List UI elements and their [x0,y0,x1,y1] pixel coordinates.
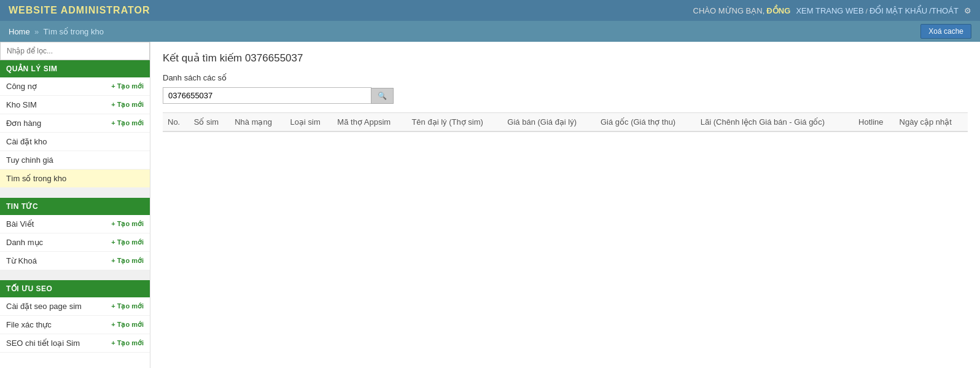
breadcrumb-bar: Home » Tìm số trong kho Xoá cache [0,21,980,42]
list-label: Danh sách các số [163,73,968,82]
sidebar-item-tu-khoa[interactable]: Từ Khoá+ Tạo mới [0,252,150,270]
sidebar: QUẢN LÝ SIMCông nợ+ Tạo mớiKho SIM+ Tạo … [0,42,150,368]
table-header-7: Giá gốc (Giá thợ thu) [596,113,696,132]
sidebar-section-header-toi-uu-seo: TỐI ƯU SEO [0,280,150,297]
sidebar-item-label-cai-dat-seo-page-sim: Cài đặt seo page sim [6,302,82,311]
sidebar-item-tim-so-trong-kho[interactable]: Tìm số trong kho [0,170,150,188]
top-header: WEBSITE ADMINISTRATOR CHÀO MỪNG BẠN, ĐỒN… [0,0,980,21]
table-header-1: Số sim [189,113,230,132]
filter-input[interactable] [0,42,150,60]
clear-cache-button[interactable]: Xoá cache [920,24,971,39]
user-info: CHÀO MỪNG BẠN, ĐỒNG XEM TRANG WEB / ĐỔI … [693,6,972,15]
sidebar-item-label-kho-sim: Kho SIM [6,100,37,109]
table-header-9: Hotline [854,113,895,132]
sidebar-item-don-hang[interactable]: Đơn hàng+ Tạo mới [0,114,150,133]
create-new-cong-no[interactable]: + Tạo mới [111,82,144,90]
logout-link[interactable]: /THOÁT [929,6,959,15]
table-header-2: Nhà mạng [230,113,285,132]
table-header-5: Tên đại lý (Thợ sim) [406,113,502,132]
sidebar-item-bai-viet[interactable]: Bài Viết+ Tạo mới [0,215,150,233]
sidebar-spacer-0 [0,188,150,198]
table-header-10: Ngày cập nhật [895,113,968,132]
sidebar-item-kho-sim[interactable]: Kho SIM+ Tạo mới [0,96,150,114]
sidebar-spacer-1 [0,270,150,280]
sidebar-item-seo-chi-tiet-loai-sim[interactable]: SEO chi tiết loại Sim+ Tạo mới [0,334,150,353]
content-area: Kết quả tìm kiếm 0376655037 Danh sách cá… [150,42,980,368]
table-header-0: No. [163,113,189,132]
greeting-text: CHÀO MỪNG BẠN, [693,6,765,15]
site-title: WEBSITE ADMINISTRATOR [9,5,150,16]
create-new-file-xac-thuc[interactable]: + Tạo mới [111,321,144,329]
table-header-6: Giá bán (Giá đại lý) [502,113,596,132]
gear-icon[interactable]: ⚙ [964,6,971,15]
sidebar-item-danh-muc[interactable]: Danh mục+ Tạo mới [0,233,150,252]
sidebar-section-header-tin-tuc: TIN TỨC [0,198,150,215]
view-web-link[interactable]: XEM TRANG WEB [796,6,863,15]
main-layout: QUẢN LÝ SIMCông nợ+ Tạo mớiKho SIM+ Tạo … [0,42,980,368]
change-password-link[interactable]: ĐỔI MẬT KHẨU [869,6,927,15]
sidebar-item-label-tuy-chinh-gia: Tuy chinh giá [6,155,53,165]
table-header-8: Lãi (Chênh lệch Giá bán - Giá gốc) [696,113,854,132]
breadcrumb-separator: » [34,27,39,36]
create-new-don-hang[interactable]: + Tạo mới [111,119,144,127]
create-new-kho-sim[interactable]: + Tạo mới [111,101,144,109]
sidebar-item-label-tu-khoa: Từ Khoá [6,256,37,265]
sidebar-item-tuy-chinh-gia[interactable]: Tuy chinh giá [0,151,150,170]
sidebar-item-label-danh-muc: Danh mục [6,238,43,247]
table-header-3: Loại sim [286,113,333,132]
create-new-cai-dat-seo-page-sim[interactable]: + Tạo mới [111,302,144,310]
sidebar-item-cai-dat-kho[interactable]: Cài đặt kho [0,133,150,151]
create-new-danh-muc[interactable]: + Tạo mới [111,238,144,246]
sidebar-section-header-quan-ly-sim: QUẢN LÝ SIM [0,60,150,77]
create-new-seo-chi-tiet-loai-sim[interactable]: + Tạo mới [111,339,144,347]
table-header-4: Mã thợ Appsim [332,113,406,132]
sidebar-item-label-tim-so-trong-kho: Tìm số trong kho [6,174,66,183]
data-table: No.Số simNhà mạngLoại simMã thợ AppsimTê… [163,112,968,132]
create-new-bai-viet[interactable]: + Tạo mới [111,220,144,228]
search-button[interactable]: 🔍 [371,88,394,104]
sidebar-item-label-file-xac-thuc: File xác thực [6,320,52,329]
breadcrumb-current: Tìm số trong kho [44,27,104,36]
sidebar-item-label-don-hang: Đơn hàng [6,119,41,128]
search-bar: 🔍 [163,87,968,104]
username: ĐỒNG [766,6,790,15]
sidebar-item-label-seo-chi-tiet-loai-sim: SEO chi tiết loại Sim [6,339,80,348]
sidebar-item-label-bai-viet: Bài Viết [6,219,34,229]
breadcrumb-home[interactable]: Home [9,27,30,36]
sidebar-item-cai-dat-seo-page-sim[interactable]: Cài đặt seo page sim+ Tạo mới [0,297,150,316]
search-input[interactable] [163,87,371,104]
sidebar-item-cong-no[interactable]: Công nợ+ Tạo mới [0,77,150,96]
page-title: Kết quả tìm kiếm 0376655037 [163,52,968,65]
sidebar-item-label-cong-no: Công nợ [6,82,37,91]
sidebar-item-label-cai-dat-kho: Cài đặt kho [6,137,47,146]
breadcrumb: Home » Tìm số trong kho [9,27,104,36]
sidebar-item-file-xac-thuc[interactable]: File xác thực+ Tạo mới [0,316,150,334]
create-new-tu-khoa[interactable]: + Tạo mới [111,257,144,265]
